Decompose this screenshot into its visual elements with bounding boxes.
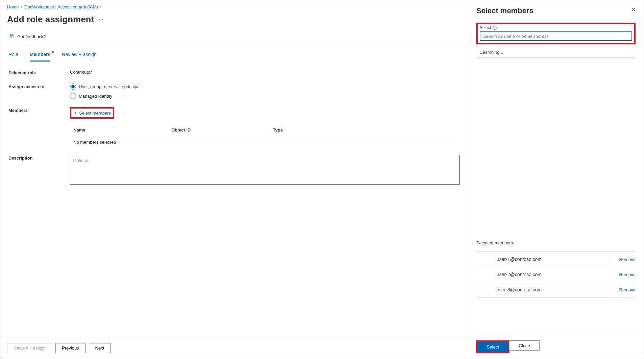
chevron-right-icon: › xyxy=(21,4,22,9)
radio-managed-identity[interactable]: Managed identity xyxy=(70,93,460,99)
radio-icon xyxy=(70,93,76,99)
description-input[interactable] xyxy=(70,155,460,185)
description-label: Description xyxy=(8,155,70,161)
highlight-search-block: Select i xyxy=(476,23,636,44)
member-search-input[interactable] xyxy=(480,31,632,41)
selected-members-list: user-1@contoso.com Remove user-2@contoso… xyxy=(476,252,636,297)
radio-user-group-sp[interactable]: User, group, or service principal xyxy=(70,83,460,90)
selected-member-row: user-1@contoso.com Remove xyxy=(476,252,636,267)
tab-members-label: Members xyxy=(30,52,50,57)
selected-role-value: Contributor xyxy=(70,70,460,75)
main-footer: Review + assign Previous Next xyxy=(0,337,468,359)
tab-role[interactable]: Role xyxy=(8,52,18,62)
tab-review-assign[interactable]: Review + assign xyxy=(62,52,96,62)
panel-title: Select members xyxy=(476,6,533,15)
th-object-id: Object ID xyxy=(171,127,273,133)
th-type: Type xyxy=(273,127,340,133)
tab-members[interactable]: Members xyxy=(30,52,50,62)
close-icon[interactable]: ✕ xyxy=(631,6,636,13)
searching-text: Searching... xyxy=(476,50,636,57)
selected-members-heading: Selected members: xyxy=(476,240,636,245)
close-button[interactable]: Close xyxy=(509,340,540,351)
th-name: Name xyxy=(70,127,171,133)
search-label: Select i xyxy=(480,25,632,30)
selected-role-label: Selected role xyxy=(8,70,70,75)
panel-footer: Select Close xyxy=(468,335,644,359)
breadcrumb-home[interactable]: Home xyxy=(7,4,19,9)
remove-member-link[interactable]: Remove xyxy=(619,257,636,262)
previous-button[interactable]: Previous xyxy=(55,343,86,353)
no-members-text: No members selected xyxy=(70,136,460,148)
info-icon[interactable]: i xyxy=(493,26,497,30)
radio-user-label: User, group, or service principal xyxy=(79,84,141,89)
members-table: Name Object ID Type No members selected xyxy=(70,124,460,148)
highlight-select-members: ＋ Select members xyxy=(70,107,114,119)
tabs: Role Members Review + assign xyxy=(7,44,461,62)
review-assign-button[interactable]: Review + assign xyxy=(7,343,52,353)
required-dot-icon xyxy=(52,51,54,53)
select-members-panel: Select members ✕ Select i Searching... S… xyxy=(468,0,644,359)
next-button[interactable]: Next xyxy=(89,343,111,353)
radio-icon xyxy=(70,83,76,90)
highlight-select-button: Select xyxy=(476,340,509,353)
radio-managed-label: Managed identity xyxy=(79,94,112,99)
selected-member-row: user-2@contoso.com Remove xyxy=(476,267,636,282)
member-email: user-2@contoso.com xyxy=(497,272,542,277)
remove-member-link[interactable]: Remove xyxy=(619,287,636,292)
plus-icon: ＋ xyxy=(73,110,78,116)
form-area: Selected role Contributor Assign access … xyxy=(7,62,461,359)
feedback-link[interactable]: Got feedback? xyxy=(7,31,461,44)
feedback-text: Got feedback? xyxy=(17,34,46,39)
members-label: Members xyxy=(8,107,70,113)
select-members-link-text: Select members xyxy=(79,111,111,116)
remove-member-link[interactable]: Remove xyxy=(619,272,636,277)
search-label-text: Select xyxy=(480,25,491,30)
feedback-icon xyxy=(9,33,15,40)
page-title: Add role assignment xyxy=(7,14,94,25)
assign-access-label: Assign access to xyxy=(8,83,70,89)
main-content: Home › DocWorkspace | Access control (IA… xyxy=(0,0,468,359)
breadcrumb: Home › DocWorkspace | Access control (IA… xyxy=(7,4,461,9)
selected-member-row: user-3@contoso.com Remove xyxy=(476,282,636,297)
chevron-right-icon: › xyxy=(100,4,101,9)
member-email: user-3@contoso.com xyxy=(497,287,542,292)
page-title-row: Add role assignment ··· xyxy=(7,14,461,25)
assign-access-radio-group: User, group, or service principal Manage… xyxy=(70,83,460,99)
member-email: user-1@contoso.com xyxy=(497,257,542,262)
more-menu-icon[interactable]: ··· xyxy=(99,17,103,23)
svg-point-0 xyxy=(10,34,11,36)
breadcrumb-workspace[interactable]: DocWorkspace | Access control (IAM) xyxy=(24,4,98,9)
select-members-link[interactable]: ＋ Select members xyxy=(71,109,113,117)
select-button[interactable]: Select xyxy=(478,342,508,352)
